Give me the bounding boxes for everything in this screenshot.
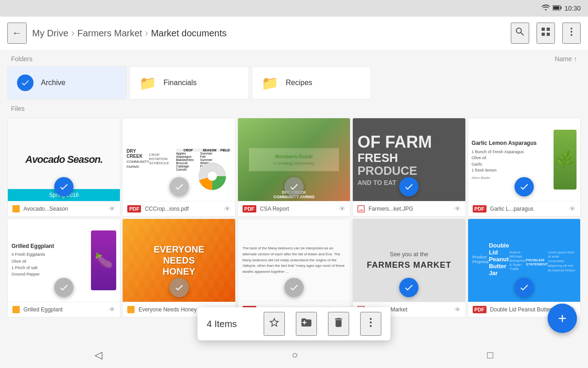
fab-button[interactable]: + xyxy=(548,304,577,333)
file-eggplant-footer: Grilled Eggplant 👁 xyxy=(8,302,120,317)
back-button[interactable]: ← xyxy=(7,23,27,44)
folders-section-header: Folders Name ↑ xyxy=(0,50,588,66)
svg-point-5 xyxy=(571,34,572,36)
fab-icon: + xyxy=(558,310,567,327)
folder-recipes-name: Recipes xyxy=(286,79,312,87)
file-peanut-check xyxy=(514,278,534,297)
nav-recent-button[interactable]: □ xyxy=(487,349,493,361)
file-csa-thumbnail: Members Guide A Growing Community DRY CR… xyxy=(238,118,350,201)
status-bar: 10:30 xyxy=(0,0,588,17)
star-action-button[interactable] xyxy=(264,312,285,336)
svg-point-9 xyxy=(208,172,217,181)
svg-point-13 xyxy=(370,322,372,323)
file-farmjpg-eye-icon[interactable]: 👁 xyxy=(454,205,461,213)
file-farmjpg-check xyxy=(399,177,418,196)
sort-label: Name xyxy=(555,55,572,63)
grid-view-button[interactable] xyxy=(537,23,555,44)
file-garlic-eye-icon[interactable]: 👁 xyxy=(569,205,576,213)
file-avocado-type-icon xyxy=(12,205,20,213)
file-cccrop-thumbnail: DRY CREEKCOMMUNITY FARMS CROP ROTATION S… xyxy=(123,118,235,201)
file-garlic[interactable]: Garlic Lemon Asparagus 1 Bunch of Fresh … xyxy=(468,118,581,217)
folder-archive-name: Archive xyxy=(41,79,65,87)
folder-archive[interactable]: Archive xyxy=(7,66,127,99)
breadcrumb-current: Market documents xyxy=(151,28,227,39)
file-farmers2-eye-icon[interactable]: 👁 xyxy=(454,306,461,313)
search-button[interactable] xyxy=(511,23,529,44)
svg-point-3 xyxy=(571,28,572,29)
sort-button[interactable]: Name ↑ xyxy=(555,55,577,63)
file-peanut[interactable]: Product Proposal Double Lid Peanut Butte… xyxy=(468,218,581,317)
action-bar: 4 Items xyxy=(198,307,390,340)
battery-icon xyxy=(553,4,562,12)
status-icons: 10:30 xyxy=(542,4,581,12)
file-cccrop-name: CCCrop...ions.pdf xyxy=(145,206,220,212)
file-csa2[interactable]: The best of the Many believers can be in… xyxy=(237,218,351,317)
file-cccrop-eye-icon[interactable]: 👁 xyxy=(224,205,231,213)
garlic-text: Garlic Lemon Asparagus 1 Bunch of Fresh … xyxy=(472,140,550,180)
breadcrumb-sep-1: › xyxy=(71,27,74,39)
file-eggplant[interactable]: Grilled Eggplant 4 Fresh EggplantsOlive … xyxy=(7,218,120,317)
top-bar: ← My Drive › Farmers Market › Market doc… xyxy=(0,17,588,50)
file-csa-check xyxy=(284,177,304,196)
file-cccrop-footer: PDF CCCrop...ions.pdf 👁 xyxy=(123,201,235,216)
nav-back-icon: ◁ xyxy=(95,349,102,361)
file-honey-thumbnail: EVERYONENEEDSHONEY xyxy=(123,219,235,302)
nav-back-button[interactable]: ◁ xyxy=(95,349,102,361)
time-display: 10:30 xyxy=(565,5,581,12)
action-count: 4 Items xyxy=(207,319,253,329)
move-action-button[interactable] xyxy=(296,312,317,336)
peanut-label: Product Proposal xyxy=(473,255,489,264)
file-csa2-thumbnail: The best of the Many believers can be in… xyxy=(238,219,350,302)
file-cccrop[interactable]: DRY CREEKCOMMUNITY FARMS CROP ROTATION S… xyxy=(122,118,235,217)
file-farmjpg[interactable]: OF FARM FRESH PRODUCE AND TO EAT Farmers… xyxy=(352,118,465,217)
file-garlic-name: Garlic L...paragus xyxy=(490,206,565,212)
folder-recipes-icon: 📁 xyxy=(261,75,278,91)
breadcrumb-farmers-market[interactable]: Farmers Market xyxy=(77,28,142,39)
files-label: Files xyxy=(11,105,25,112)
file-farmjpg-type-icon xyxy=(357,205,365,213)
file-farmers2-check xyxy=(399,278,418,297)
more-action-button[interactable] xyxy=(360,312,381,336)
file-eggplant-eye-icon[interactable]: 👁 xyxy=(109,306,115,313)
peanut-title: Double Lid Peanut Butter Jar xyxy=(489,242,509,276)
breadcrumb-my-drive[interactable]: My Drive xyxy=(32,28,68,39)
file-garlic-footer: PDF Garlic L...paragus 👁 xyxy=(468,201,580,216)
svg-rect-1 xyxy=(560,7,561,9)
eggplant-image: 🍆 xyxy=(91,230,116,290)
folder-financials-name: Financials xyxy=(164,79,197,87)
file-farmjpg-footer: Farmers...ket.JPG 👁 xyxy=(353,201,465,216)
file-peanut-type-icon: PDF xyxy=(473,306,486,313)
folder-financials-icon: 📁 xyxy=(139,75,156,91)
more-options-button[interactable] xyxy=(562,23,581,44)
file-honey-type-icon xyxy=(127,306,135,313)
folder-recipes[interactable]: 📁 Recipes xyxy=(252,66,371,99)
file-avocado-check xyxy=(54,177,74,196)
file-avocado-footer: Avocado...Season 👁 xyxy=(8,201,120,216)
nav-home-button[interactable]: ○ xyxy=(292,349,298,361)
file-csa-footer: PDF CSA Report 👁 xyxy=(238,201,350,216)
delete-action-button[interactable] xyxy=(328,312,349,336)
folders-label: Folders xyxy=(11,55,33,63)
peanut-section: PROBLEM STATEMENT xyxy=(526,258,548,266)
cccrop-chart xyxy=(198,162,226,190)
nav-recent-icon: □ xyxy=(487,349,493,361)
folder-financials[interactable]: 📁 Financials xyxy=(130,66,249,99)
file-farmjpg-thumbnail: OF FARM FRESH PRODUCE AND TO EAT xyxy=(353,118,465,201)
file-eggplant-name: Grilled Eggplant xyxy=(23,306,105,313)
file-avocado-eye-icon[interactable]: 👁 xyxy=(109,205,115,213)
file-csa-eye-icon[interactable]: 👁 xyxy=(339,205,345,213)
file-garlic-check xyxy=(514,177,534,196)
wifi-icon xyxy=(542,4,550,12)
folder-archive-check xyxy=(17,75,34,91)
file-farmers2[interactable]: See you at the FARMERS MARKET Farmers Ma… xyxy=(352,218,465,317)
file-garlic-type-icon: PDF xyxy=(473,205,486,213)
file-csa[interactable]: Members Guide A Growing Community DRY CR… xyxy=(237,118,351,217)
file-honey-check xyxy=(170,278,189,297)
file-cccrop-type-icon: PDF xyxy=(127,205,141,213)
file-honey[interactable]: EVERYONENEEDSHONEY Everyone Needs Honey … xyxy=(122,218,235,317)
file-garlic-thumbnail: Garlic Lemon Asparagus 1 Bunch of Fresh … xyxy=(468,118,580,201)
csa2-text: The best of the Many believers can be in… xyxy=(243,246,345,275)
nav-bar: ◁ ○ □ xyxy=(0,342,588,368)
eggplant-text: Grilled Eggplant 4 Fresh EggplantsOlive … xyxy=(11,243,88,278)
file-avocado[interactable]: Avocado Season. Spring 2016 Avocado...Se… xyxy=(7,118,120,217)
